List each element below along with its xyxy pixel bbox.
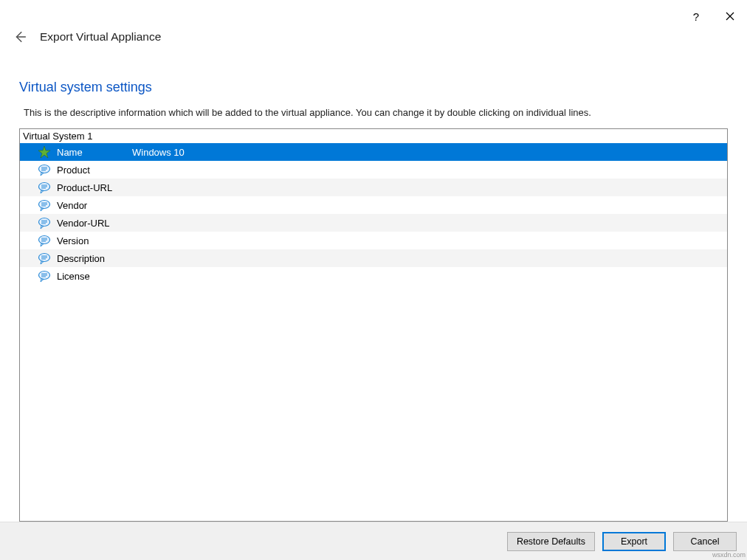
table-row[interactable]: Product-URL — [20, 179, 727, 196]
text-field-icon — [38, 216, 51, 229]
table-row[interactable]: Vendor — [20, 196, 727, 214]
text-field-icon — [38, 234, 51, 247]
close-icon — [726, 12, 734, 21]
watermark: wsxdn.com — [712, 551, 746, 559]
table-row[interactable]: License — [20, 267, 727, 285]
row-label: Vendor-URL — [57, 218, 126, 229]
svg-marker-3 — [38, 146, 50, 158]
row-value: Windows 10 — [132, 147, 727, 158]
group-header[interactable]: Virtual System 1 — [20, 129, 727, 143]
text-field-icon — [38, 181, 51, 194]
restore-defaults-button[interactable]: Restore Defaults — [507, 532, 595, 551]
export-button[interactable]: Export — [602, 532, 666, 551]
section-title: Virtual system settings — [19, 80, 728, 95]
row-label: Product-URL — [57, 182, 126, 193]
settings-table[interactable]: Virtual System 1 NameWindows 10 Product … — [19, 128, 728, 522]
close-button[interactable] — [713, 6, 747, 27]
table-row[interactable]: Vendor-URL — [20, 214, 727, 232]
row-label: Description — [57, 253, 126, 264]
text-field-icon — [38, 198, 51, 212]
page-title: Export Virtual Appliance — [40, 30, 161, 44]
text-field-icon — [38, 163, 51, 176]
back-arrow-icon[interactable] — [13, 30, 27, 44]
help-button[interactable]: ? — [679, 6, 713, 27]
row-label: Vendor — [57, 200, 126, 211]
row-label: Version — [57, 235, 126, 246]
text-field-icon — [38, 269, 51, 283]
table-row[interactable]: Product — [20, 161, 727, 179]
header-row: Export Virtual Appliance — [0, 25, 747, 49]
content-area: Virtual system settings This is the desc… — [0, 49, 747, 522]
row-label: Product — [57, 165, 126, 176]
dialog-window: ? Export Virtual Appliance Virtual syste… — [0, 0, 747, 560]
footer-buttons: Restore Defaults Export Cancel — [0, 522, 747, 560]
text-field-icon — [38, 252, 51, 265]
table-row[interactable]: Description — [20, 249, 727, 267]
table-row[interactable]: Version — [20, 232, 727, 249]
name-icon — [38, 145, 51, 159]
section-description: This is the descriptive information whic… — [24, 107, 728, 118]
row-label: Name — [57, 147, 126, 158]
cancel-button[interactable]: Cancel — [673, 532, 737, 551]
row-label: License — [57, 271, 126, 282]
table-row[interactable]: NameWindows 10 — [20, 143, 727, 161]
